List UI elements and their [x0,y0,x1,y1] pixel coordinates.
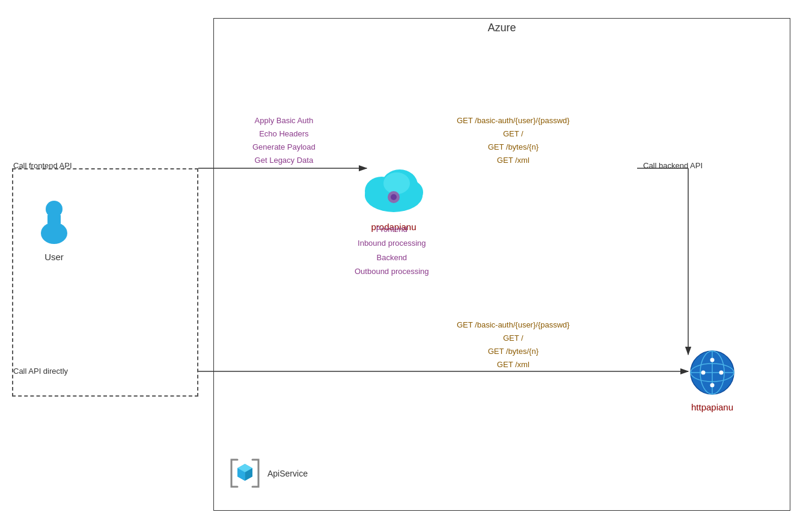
backend-route-bottom-3: GET /xml [457,358,570,371]
backend-route-top-0: GET /basic-auth/{user}/{passwd} [457,114,570,127]
cloud-svg [361,162,427,216]
frontend-ops: Apply Basic Auth Echo Headers Generate P… [252,114,316,167]
call-api-directly-label: Call API directly [13,367,68,376]
svg-point-0 [46,201,63,218]
frontend-op-1: Echo Headers [252,127,316,141]
backend-route-bottom-2: GET /bytes/{n} [457,345,570,358]
svg-rect-2 [47,215,61,224]
httpapianu-container: httpapianu [688,349,736,412]
apiservice-svg [228,457,261,490]
backend-routes-bottom: GET /basic-auth/{user}/{passwd} GET / GE… [457,318,570,371]
processing-label-3: Outbound processing [355,264,429,278]
user-svg [33,198,75,246]
cloud-icon-container: prodapianu [361,162,427,232]
frontend-op-0: Apply Basic Auth [252,114,316,127]
svg-point-18 [710,383,715,388]
backend-route-bottom-0: GET /basic-auth/{user}/{passwd} [457,318,570,332]
frontend-op-3: Get Legacy Data [252,154,316,167]
svg-point-16 [710,358,715,362]
backend-route-top-3: GET /xml [457,154,570,167]
svg-point-1 [41,222,67,244]
svg-point-7 [383,172,410,194]
apiservice-container: ApiService [228,457,308,490]
apiservice-label: ApiService [267,469,308,478]
backend-route-bottom-1: GET / [457,332,570,345]
diagram-container: Azure Call frontend API Call API directl… [0,0,812,527]
processing-label-2: Backend [355,251,429,264]
call-backend-api-label: Call backend API [643,161,703,170]
frontend-op-2: Generate Payload [252,141,316,154]
backend-routes-top: GET /basic-auth/{user}/{passwd} GET / GE… [457,114,570,167]
user-label: User [33,252,75,262]
backend-route-top-1: GET / [457,127,570,141]
svg-point-17 [719,371,724,375]
azure-label: Azure [487,22,516,34]
processing-labels: Frontend Inbound processing Backend Outb… [355,222,429,279]
httpapianu-svg [688,349,736,397]
httpapianu-label: httpapianu [688,402,736,412]
user-icon: User [33,198,75,262]
svg-point-19 [701,371,706,375]
azure-box: Azure [213,18,790,511]
processing-label-1: Inbound processing [355,236,429,250]
svg-point-9 [391,194,397,200]
call-frontend-api-label: Call frontend API [13,161,72,170]
backend-route-top-2: GET /bytes/{n} [457,141,570,154]
processing-label-0: Frontend [355,222,429,236]
